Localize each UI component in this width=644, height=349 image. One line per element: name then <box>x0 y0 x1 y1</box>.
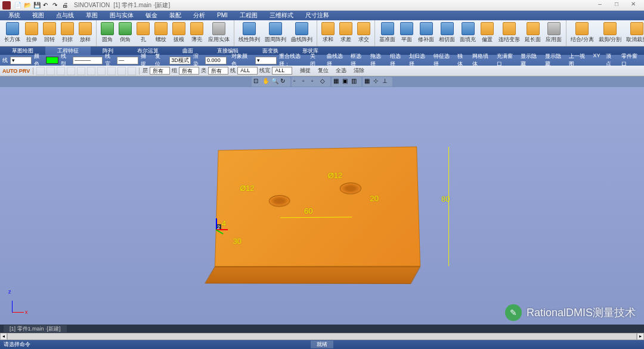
layer-dropdown[interactable]: 所有 <box>150 67 170 75</box>
draw-arc-icon[interactable] <box>47 67 55 75</box>
ribbon-btn-5-0[interactable]: 结合/分离 <box>568 21 596 45</box>
linewidth-dropdown[interactable]: — <box>117 57 138 64</box>
propbar-btn-0[interactable]: 曲线选择 <box>324 52 347 68</box>
draw-hatch-icon[interactable] <box>128 67 136 75</box>
menu-10[interactable]: 三维样式 <box>264 11 299 20</box>
scroll-right-button[interactable]: ▸ <box>637 333 644 340</box>
part-top-face[interactable] <box>215 147 420 267</box>
qat-redo-icon[interactable]: ↷ <box>52 2 60 9</box>
objcolor-label[interactable]: 对象颜色 <box>229 52 253 68</box>
draw-line-icon[interactable] <box>36 67 45 75</box>
ribbon-btn-4-4[interactable]: 面填充 <box>457 21 478 45</box>
close-button[interactable]: ✕ <box>625 1 642 10</box>
ribbon-btn-1-0[interactable]: 圆角 <box>98 21 116 45</box>
ortho-icon[interactable]: ⊥ <box>382 78 391 86</box>
propbar-btn-9[interactable]: 显示隐藏 <box>518 52 541 68</box>
ribbon-btn-1-2[interactable]: 孔 <box>134 21 152 45</box>
ribbon-btn-1-4[interactable]: 拔模 <box>170 21 188 45</box>
menu-0[interactable]: 系统 <box>2 11 26 20</box>
part-model[interactable]: Ø12 Ø12 60 30 20 4 <box>215 147 420 267</box>
propbar-btn-5[interactable]: 特征选择 <box>431 52 454 68</box>
propbar-btn-4[interactable]: 划归选择 <box>407 52 429 68</box>
propbar-btn-11[interactable]: 上一视图 <box>566 52 589 68</box>
part-front-face[interactable] <box>205 267 420 284</box>
qat-open-icon[interactable]: 📂 <box>24 2 31 9</box>
menu-9[interactable]: 工程图 <box>234 11 264 20</box>
menu-3[interactable]: 草图 <box>80 11 104 20</box>
qat-undo-icon[interactable]: ↶ <box>43 2 50 9</box>
scroll-track[interactable] <box>7 333 637 340</box>
ribbon-btn-0-3[interactable]: 扫掠 <box>58 21 76 45</box>
ribbon-btn-4-0[interactable]: 基准面 <box>377 21 398 45</box>
ribbon-btn-4-1[interactable]: 平面 <box>398 21 416 45</box>
ribbon-btn-0-1[interactable]: 拉伸 <box>23 21 41 45</box>
view-rotate-icon[interactable]: ↻ <box>280 78 289 86</box>
grid-icon[interactable]: ▦ <box>364 78 373 86</box>
line2-dropdown[interactable]: ALL <box>237 67 258 75</box>
qat-new-icon[interactable]: 📄 <box>14 2 21 9</box>
view-iso-icon[interactable]: ◇ <box>320 78 329 86</box>
propbar-btn-14[interactable]: 零件窗口 <box>619 52 642 68</box>
mode-dropdown[interactable]: 3D模式 <box>169 57 191 64</box>
menu-4[interactable]: 图与实体 <box>104 11 140 20</box>
propbar-btn-6[interactable]: 独体 <box>455 52 469 68</box>
shade-solid-icon[interactable]: ▣ <box>342 78 351 86</box>
horizontal-scrollbar[interactable]: ◂ ▸ <box>0 333 644 340</box>
toolrow-btn-0[interactable]: 捕捉 <box>298 67 313 75</box>
ribbon-btn-3-0[interactable]: 求和 <box>319 21 337 45</box>
select-reset[interactable]: 复位 <box>153 52 167 68</box>
propbar-btn-8[interactable]: 充满窗口 <box>494 52 517 68</box>
toolrow-btn-3[interactable]: 清除 <box>351 67 367 75</box>
width2-dropdown[interactable]: ALL <box>272 67 292 75</box>
minimize-button[interactable]: – <box>592 1 608 10</box>
render-value[interactable]: 0.000 <box>205 57 227 64</box>
menu-7[interactable]: 分析 <box>187 11 211 20</box>
menu-6[interactable]: 装配 <box>163 11 187 20</box>
class-dropdown[interactable]: 所有 <box>208 67 228 75</box>
qat-save-icon[interactable]: 💾 <box>33 2 41 9</box>
ribbon-btn-2-0[interactable]: 线性阵列 <box>236 21 262 45</box>
propbar-btn-3[interactable]: 组选择 <box>388 52 406 68</box>
draw-poly-icon[interactable] <box>77 67 85 75</box>
draw-rect-icon[interactable] <box>67 67 75 75</box>
view-front-icon[interactable]: ▫ <box>293 78 302 86</box>
toolrow-btn-2[interactable]: 全选 <box>333 67 349 75</box>
color-swatch[interactable] <box>46 57 58 64</box>
menu-1[interactable]: 视图 <box>26 11 50 20</box>
view-top-icon[interactable]: ▫ <box>302 78 311 86</box>
line-dropdown[interactable]: ▾ <box>10 57 32 64</box>
ribbon-btn-2-2[interactable]: 曲线阵列 <box>289 21 315 45</box>
view-zoom-icon[interactable]: 🔍 <box>271 78 280 86</box>
draw-spline-icon[interactable] <box>87 67 95 75</box>
propbar-btn-2[interactable]: 拖选择 <box>368 52 386 68</box>
ribbon-btn-1-3[interactable]: 螺纹 <box>152 21 170 45</box>
ribbon-btn-0-4[interactable]: 放样 <box>76 21 94 45</box>
view-pan-icon[interactable]: ✋ <box>262 78 271 86</box>
draw-point-icon[interactable] <box>97 67 106 75</box>
ribbon-btn-3-2[interactable]: 求交 <box>355 21 373 45</box>
qat-print-icon[interactable]: 🖨 <box>62 2 69 9</box>
menu-11[interactable]: 尺寸注释 <box>299 11 335 20</box>
propbar-btn-7[interactable]: 网格填体 <box>470 52 493 68</box>
ribbon-btn-1-1[interactable]: 倒角 <box>116 21 134 45</box>
draw-text-icon[interactable] <box>107 67 116 75</box>
propbar-btn-13[interactable]: 顶点 <box>603 52 617 68</box>
draw-circle-icon[interactable] <box>57 67 65 75</box>
ribbon-btn-1-6[interactable]: 应用实体 <box>206 21 232 45</box>
toolrow-btn-1[interactable]: 复位 <box>315 67 331 75</box>
ribbon-btn-4-7[interactable]: 延长面 <box>522 21 543 45</box>
linetype-dropdown[interactable]: ——— <box>73 57 103 64</box>
snap-icon[interactable]: ⊹ <box>373 78 382 86</box>
draw-dim-icon[interactable] <box>117 67 126 75</box>
ribbon-btn-4-2[interactable]: 修补面 <box>416 21 436 45</box>
menu-2[interactable]: 点与线 <box>50 11 80 20</box>
propbar-btn-12[interactable]: XY <box>590 52 602 68</box>
ribbon-btn-4-8[interactable]: 应用面 <box>543 21 564 45</box>
viewport-3d[interactable]: Ø12 Ø12 60 30 20 4 120 80 2 x z ✎ Ration… <box>0 87 644 325</box>
org-dropdown[interactable]: 所有 <box>179 67 199 75</box>
view-side-icon[interactable]: ▫ <box>311 78 320 86</box>
ribbon-btn-0-0[interactable]: 长方体 <box>2 21 23 45</box>
document-tab[interactable]: [1] 零件1.main ·[新建] <box>4 325 67 332</box>
ribbon-btn-2-1[interactable]: 圆周阵列 <box>262 21 289 45</box>
menu-8[interactable]: PMI <box>211 11 234 20</box>
